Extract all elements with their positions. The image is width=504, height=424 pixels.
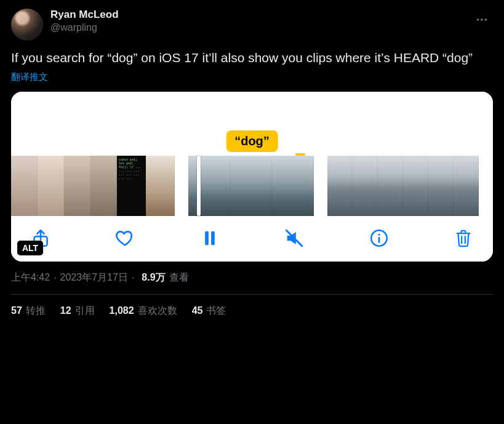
handle: @warpling	[50, 22, 471, 33]
meta-sep: ·	[54, 273, 56, 284]
pause-icon	[199, 228, 220, 249]
thumbnail	[378, 156, 403, 216]
media-top-area: “dog”	[11, 92, 493, 156]
avatar[interactable]	[11, 9, 43, 41]
thumbnail	[90, 156, 117, 216]
svg-point-0	[477, 18, 479, 21]
thumbnail	[272, 156, 314, 216]
playhead[interactable]	[197, 156, 201, 216]
svg-rect-5	[211, 231, 215, 246]
quotes-label: 引用	[75, 305, 95, 318]
retweets-stat[interactable]: 57 转推	[11, 305, 46, 318]
media-toolbar	[11, 216, 493, 262]
tweet-date: 2023年7月17日	[60, 271, 128, 284]
bookmarks-label: 书签	[206, 305, 226, 318]
retweets-count: 57	[11, 305, 22, 316]
likes-label: 喜欢次数	[138, 305, 177, 318]
svg-point-2	[485, 18, 487, 21]
delete-button[interactable]	[450, 225, 477, 252]
thumbnail	[403, 156, 428, 216]
views-count: 8.9万	[142, 271, 165, 284]
video-timeline[interactable]: const x=1; let y=2; fn(); // ... ... ...…	[11, 156, 493, 216]
likes-stat[interactable]: 1,082 喜欢次数	[110, 305, 177, 318]
trash-icon	[453, 228, 474, 249]
thumbnail: const x=1; let y=2; fn(); // ... ... ...…	[117, 156, 146, 216]
thumbnail	[353, 156, 378, 216]
pause-button[interactable]	[196, 225, 223, 252]
thumbnail	[327, 156, 353, 216]
meta-sep: ·	[132, 273, 134, 284]
tweet-text: If you search for “dog” on iOS 17 it’ll …	[11, 49, 493, 66]
thumbnail	[64, 156, 90, 216]
svg-point-1	[481, 18, 483, 21]
display-name: Ryan McLeod	[50, 9, 471, 21]
quotes-stat[interactable]: 12 引用	[60, 305, 95, 318]
thumbnail	[146, 156, 175, 216]
more-button[interactable]	[471, 9, 493, 31]
more-icon	[475, 13, 489, 26]
thumbnail	[454, 156, 479, 216]
clip-group[interactable]: const x=1; let y=2; fn(); // ... ... ...…	[11, 156, 175, 216]
tweet: Ryan McLeod @warpling If you search for …	[0, 0, 504, 318]
like-button[interactable]	[111, 225, 138, 252]
thumbnail	[230, 156, 272, 216]
thumbnail	[188, 156, 230, 216]
author-block[interactable]: Ryan McLeod @warpling	[50, 9, 471, 33]
tweet-meta[interactable]: 上午4:42 · 2023年7月17日 · 8.9万 查看	[11, 271, 493, 284]
views-label: 查看	[169, 271, 189, 284]
tweet-header: Ryan McLeod @warpling	[11, 9, 493, 41]
bookmarks-count: 45	[192, 305, 203, 316]
quotes-count: 12	[60, 305, 71, 316]
info-icon	[369, 228, 390, 249]
thumbnail	[428, 156, 454, 216]
svg-rect-4	[205, 231, 209, 246]
thumbnail	[11, 156, 38, 216]
info-button[interactable]	[366, 225, 393, 252]
heart-icon	[114, 228, 135, 249]
svg-point-8	[378, 234, 380, 236]
clip-group[interactable]	[188, 156, 314, 216]
tweet-time: 上午4:42	[11, 271, 50, 284]
search-match-tooltip: “dog”	[226, 130, 278, 152]
translate-link[interactable]: 翻译推文	[11, 71, 493, 83]
thumbnail	[38, 156, 64, 216]
media-attachment[interactable]: “dog” const x=1; let y=2; fn(); // ... .…	[11, 92, 493, 262]
retweets-label: 转推	[26, 305, 46, 318]
engagement-bar: 57 转推 12 引用 1,082 喜欢次数 45 书签	[11, 295, 493, 318]
speaker-mute-icon	[284, 228, 305, 249]
alt-badge[interactable]: ALT	[17, 241, 43, 255]
clip-group[interactable]	[327, 156, 479, 216]
likes-count: 1,082	[110, 305, 134, 316]
mute-button[interactable]	[281, 225, 308, 252]
bookmarks-stat[interactable]: 45 书签	[192, 305, 226, 318]
